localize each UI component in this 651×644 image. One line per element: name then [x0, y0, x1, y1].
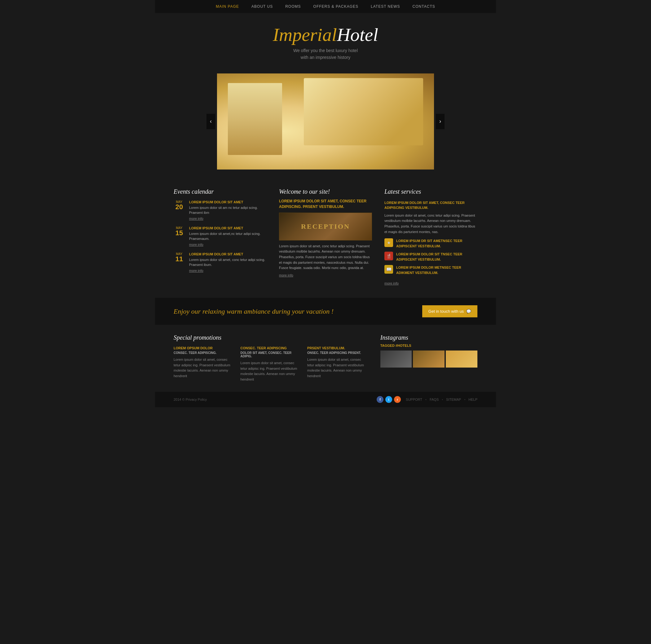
get-in-touch-button[interactable]: Get in touch with us 💬 — [422, 305, 477, 317]
slider-prev-button[interactable]: ‹ — [207, 114, 215, 129]
latest-services-section: Latest services LOREM IPSUM DOLOR SIT AM… — [384, 188, 477, 285]
slider-next-button[interactable]: › — [436, 114, 444, 129]
instagram-thumb-3[interactable] — [446, 351, 477, 367]
nav-offers[interactable]: OFFERS & PACKAGES — [313, 4, 359, 9]
slider-image — [217, 73, 434, 169]
promo-title-1: LOREM OPSUM DOLOR — [174, 346, 235, 350]
star-icon: ★ — [384, 238, 393, 247]
service-text-1: LOREM IPSUM DR SIT AMETNSEC TEER ADIPISC… — [396, 238, 477, 249]
hotel-subtitle: We offer you the best luxury hotel with … — [161, 47, 490, 61]
promo-title-3: PRSENT VESTIBULUM. — [307, 346, 368, 350]
footer-link-help[interactable]: HELP — [468, 398, 477, 401]
services-highlight: LOREM IPSUM DOLOR SIT AMET, CONSEC TEER … — [384, 200, 477, 211]
nav-contacts[interactable]: CONTACTS — [413, 4, 435, 9]
event-date-2: may 15 — [174, 226, 185, 247]
instagram-title: Instagrams — [380, 334, 477, 341]
nav-rooms[interactable]: ROOMS — [285, 4, 301, 9]
event-day-1: 20 — [174, 204, 185, 211]
reception-image: RECEPTION — [279, 213, 372, 240]
promo-body-3: Lorem ipsum dolor sit amet, consec tetur… — [307, 357, 368, 379]
footer-social-icons: f t r — [377, 396, 401, 403]
promotions-grid: LOREM OPSUM DOLOR CONSEC. TEER ADIPISCIN… — [174, 346, 368, 382]
instagram-grid — [380, 351, 477, 367]
cta-text: Enjoy our relaxing warm ambiance during … — [174, 308, 334, 316]
reception-label: RECEPTION — [301, 223, 350, 231]
main-content-grid: Events calendar may 20 LOREM IPSUM DOLOR… — [155, 176, 496, 298]
site-footer: 2014 © Privacy Policy f t r SUPPORT • FA… — [155, 392, 496, 407]
hero-slider: ‹ › — [217, 73, 434, 169]
event-item: may 11 LOREM IPSUM DOLOR SIT AMET Lorem … — [174, 252, 267, 273]
event-text-3: Lorem ipsum dolor sit amet, conc tetur a… — [189, 257, 267, 267]
food-icon: 🍴 — [384, 252, 393, 260]
event-title-2: LOREM IPSUM DOLOR SIT AMET — [189, 226, 267, 230]
footer-links: SUPPORT • FAQS • SITEMAP • HELP — [406, 398, 477, 401]
promo-subtitle-1: CONSEC. TEER ADIPISCING. — [174, 351, 235, 355]
instagram-section: Instagrams TAGGED #HOTELS — [380, 334, 477, 382]
promo-subtitle-2: DOLOR SIT AMET, CONSEC. TEER ADIPIG. — [241, 351, 301, 358]
promo-body-2: Lorem ipsum dolor sit amet, consec tetur… — [241, 360, 301, 382]
promo-body-1: Lorem ipsum dolor sit amet, consec tetur… — [174, 357, 235, 379]
lower-content-grid: Special promotions LOREM OPSUM DOLOR CON… — [155, 325, 496, 391]
promo-title-2: CONSEC. TEER ADIPISCING — [241, 346, 301, 350]
twitter-icon[interactable]: t — [385, 396, 392, 403]
cta-banner: Enjoy our relaxing warm ambiance during … — [155, 298, 496, 325]
event-date-1: may 20 — [174, 200, 185, 221]
event-text-2: Lorem ipsum dolor sit amet,nc tetur adip… — [189, 231, 267, 242]
footer-copyright: 2014 © Privacy Policy — [174, 398, 207, 401]
event-title-3: LOREM IPSUM DOLOR SIT AMET — [189, 252, 267, 256]
nav-main-page[interactable]: MAIN PAGE — [216, 4, 239, 9]
main-nav: MAIN PAGE ABOUT US ROOMS OFFERS & PACKAG… — [155, 0, 496, 13]
book-icon: 📖 — [384, 265, 393, 273]
welcome-body-text: Lorem ipsum dolor sit amet, conc tetur a… — [279, 244, 372, 271]
event-text-1: Lorem ipsum dolor sit am nc tetur adipi … — [189, 205, 267, 215]
facebook-icon[interactable]: f — [377, 396, 383, 403]
promo-item-1: LOREM OPSUM DOLOR CONSEC. TEER ADIPISCIN… — [174, 346, 235, 382]
nav-latest-news[interactable]: LATEST NEWS — [371, 4, 400, 9]
event-content-1: LOREM IPSUM DOLOR SIT AMET Lorem ipsum d… — [189, 200, 267, 221]
services-section-title: Latest services — [384, 188, 477, 195]
promo-item-3: PRSENT VESTIBULUM. ONSEC. TEER ADIPISCIN… — [307, 346, 368, 382]
event-item: may 20 LOREM IPSUM DOLOR SIT AMET Lorem … — [174, 200, 267, 221]
event-content-2: LOREM IPSUM DOLOR SIT AMET Lorem ipsum d… — [189, 226, 267, 247]
hotel-name-normal: Hotel — [337, 25, 378, 45]
event-day-2: 15 — [174, 230, 185, 236]
footer-link-sitemap[interactable]: SITEMAP — [446, 398, 461, 401]
services-body-text: Lorem ipsum dolor sit amet, conc tetur a… — [384, 213, 477, 235]
service-text-3: LOREM IPSUM DOLOR METNSEC TEER ADIKMENT … — [396, 265, 477, 275]
hotel-logo-title: ImperialHotel — [161, 25, 490, 44]
promotions-title: Special promotions — [174, 334, 368, 341]
service-item-2: 🍴 LOREM IPSUM DOLOR SIT TNSEC TEER ADIPI… — [384, 252, 477, 262]
room-photo — [217, 73, 434, 169]
event-more-1[interactable]: more info — [189, 217, 204, 220]
hotel-name-italic: Imperial — [273, 25, 337, 45]
promo-subtitle-3: ONSEC. TEER ADIPISCING PRSENT. — [307, 351, 368, 355]
event-title-1: LOREM IPSUM DOLOR SIT AMET — [189, 200, 267, 204]
footer-link-faqs[interactable]: FAQS — [430, 398, 439, 401]
cta-button-label: Get in touch with us — [428, 309, 464, 314]
service-item-1: ★ LOREM IPSUM DR SIT AMETNSEC TEER ADIPI… — [384, 238, 477, 249]
special-promotions-section: Special promotions LOREM OPSUM DOLOR CON… — [174, 334, 368, 382]
rss-icon[interactable]: r — [394, 396, 401, 403]
welcome-highlight: LOREM IPSUM DOLOR SIT AMET, CONSEC TEER … — [279, 198, 372, 210]
welcome-title: Welcome to our site! — [279, 188, 372, 195]
welcome-more-info[interactable]: more info — [279, 273, 293, 277]
event-more-3[interactable]: more info — [189, 269, 204, 272]
instagram-thumb-1[interactable] — [380, 351, 412, 367]
promo-item-2: CONSEC. TEER ADIPISCING DOLOR SIT AMET, … — [241, 346, 301, 382]
instagram-tag: TAGGED #HOTELS — [380, 344, 477, 347]
event-content-3: LOREM IPSUM DOLOR SIT AMET Lorem ipsum d… — [189, 252, 267, 273]
welcome-section: Welcome to our site! LOREM IPSUM DOLOR S… — [279, 188, 372, 285]
services-more-info[interactable]: more info — [384, 281, 399, 285]
event-date-3: may 11 — [174, 252, 185, 273]
service-text-2: LOREM IPSUM DOLOR SIT TNSEC TEER ADIPISC… — [396, 252, 477, 262]
instagram-thumb-2[interactable] — [413, 351, 444, 367]
nav-about-us[interactable]: ABOUT US — [251, 4, 273, 9]
footer-link-support[interactable]: SUPPORT — [406, 398, 422, 401]
event-more-2[interactable]: more info — [189, 243, 204, 246]
event-day-3: 11 — [174, 256, 185, 262]
event-item: may 15 LOREM IPSUM DOLOR SIT AMET Lorem … — [174, 226, 267, 247]
hero-header: ImperialHotel We offer you the best luxu… — [155, 13, 496, 67]
cta-button-icon: 💬 — [466, 309, 471, 314]
events-section-title: Events calendar — [174, 188, 267, 195]
service-item-3: 📖 LOREM IPSUM DOLOR METNSEC TEER ADIKMEN… — [384, 265, 477, 275]
